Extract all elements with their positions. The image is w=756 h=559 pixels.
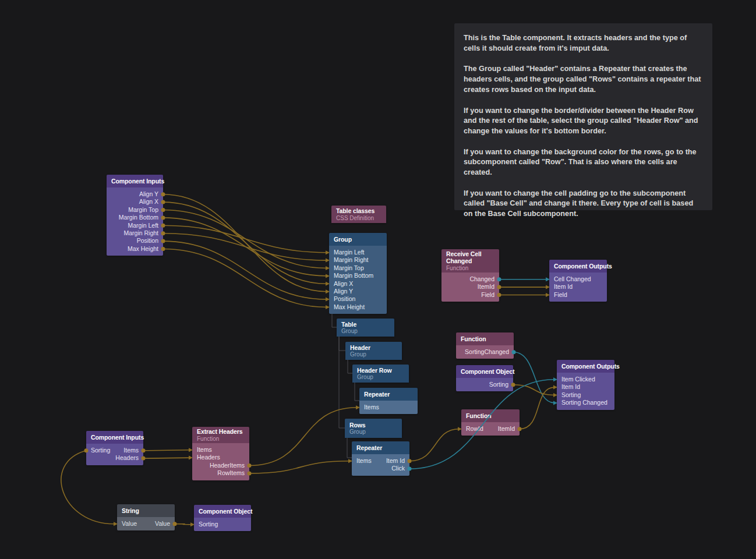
port-rowitems[interactable]: RowItems xyxy=(217,469,245,477)
node-header-row-group[interactable]: Header RowGroup xyxy=(352,365,409,383)
node-header: Component Object xyxy=(194,505,251,518)
port-headers[interactable]: Headers xyxy=(115,454,139,462)
node-header: Repeater xyxy=(359,388,418,401)
node-header-group[interactable]: HeaderGroup xyxy=(345,342,402,360)
node-function-sorting-changed[interactable]: FunctionSortingChanged xyxy=(456,332,514,359)
port-changed[interactable]: Changed xyxy=(469,275,494,283)
port-row: ItemId xyxy=(441,283,499,291)
port-item-id[interactable]: Item Id xyxy=(561,383,580,391)
port-field[interactable]: Field xyxy=(481,291,494,299)
port-sorting[interactable]: Sorting xyxy=(199,521,218,528)
wire-align-x[interactable] xyxy=(163,202,327,284)
port-items[interactable]: Items xyxy=(197,446,212,454)
port-itemid[interactable]: ItemId xyxy=(498,425,515,433)
wire-position[interactable] xyxy=(163,241,327,299)
port-value[interactable]: Value xyxy=(122,520,137,528)
node-extract-headers[interactable]: Extract HeadersFunctionItemsHeadersHeade… xyxy=(192,427,249,480)
node-subtitle: Group xyxy=(350,351,397,358)
wire-sorting-to-sorting[interactable] xyxy=(513,385,554,395)
node-function-rowid[interactable]: FunctionRowIdItemId xyxy=(461,409,520,436)
node-string-node[interactable]: StringValueValue xyxy=(117,504,175,530)
wire-sortingchanged-to-sorting-changed[interactable] xyxy=(514,352,554,403)
port-field[interactable]: Field xyxy=(554,291,567,299)
port-sortingchanged[interactable]: SortingChanged xyxy=(465,348,509,356)
port-align-x[interactable]: Align X xyxy=(139,198,158,206)
port-max-height[interactable]: Max Height xyxy=(128,245,158,253)
node-repeater-rows[interactable]: RepeaterItemsItem IdClick xyxy=(352,441,409,476)
node-repeater-header[interactable]: RepeaterItems xyxy=(359,388,418,414)
node-table-group[interactable]: TableGroup xyxy=(337,319,394,337)
wire-fn-itemid-to-item-id[interactable] xyxy=(520,387,554,429)
wire-rowitems-to-items[interactable] xyxy=(249,461,349,473)
port-items[interactable]: Items xyxy=(364,404,379,411)
port-headers[interactable]: Headers xyxy=(197,454,220,461)
node-component-object-bottom[interactable]: Component ObjectSorting xyxy=(194,505,251,531)
port-sorting[interactable]: Sorting xyxy=(91,447,110,454)
port-align-x[interactable]: Align X xyxy=(334,280,353,288)
port-item-clicked[interactable]: Item Clicked xyxy=(561,376,595,383)
node-title: Group xyxy=(334,236,382,243)
wire-margin-right[interactable] xyxy=(163,233,327,260)
wire-margin-bottom[interactable] xyxy=(163,218,327,276)
port-cell-changed[interactable]: Cell Changed xyxy=(554,275,591,283)
port-itemid[interactable]: ItemId xyxy=(478,283,494,291)
port-align-y[interactable]: Align Y xyxy=(139,190,158,198)
node-subtitle: Function xyxy=(197,436,245,443)
wire-items-to-items[interactable] xyxy=(143,450,190,451)
node-receive-cell-changed[interactable]: Receive Cell ChangedFunctionChangedItemI… xyxy=(441,249,499,302)
port-max-height[interactable]: Max Height xyxy=(334,303,365,311)
wire-headeritems-to-items[interactable] xyxy=(249,408,357,466)
node-rows-group[interactable]: RowsGroup xyxy=(345,419,402,438)
node-title: Function xyxy=(466,412,515,420)
node-component-outputs-right[interactable]: Component OutputsItem ClickedItem IdSort… xyxy=(557,360,614,410)
port-rowid[interactable]: RowId xyxy=(466,425,483,433)
wire-headers-to-headers[interactable] xyxy=(143,458,190,458)
hierarchy-link xyxy=(339,337,345,351)
port-row: Align X xyxy=(329,280,387,288)
port-item-id[interactable]: Item Id xyxy=(554,283,573,291)
port-click[interactable]: Click xyxy=(391,465,405,472)
port-sorting[interactable]: Sorting xyxy=(489,381,508,388)
port-align-y[interactable]: Align Y xyxy=(334,288,353,295)
port-headeritems[interactable]: HeaderItems xyxy=(210,462,245,469)
port-margin-right[interactable]: Margin Right xyxy=(334,256,369,264)
node-component-inputs-bottom[interactable]: Component InputsSortingItemsHeaders xyxy=(86,431,143,465)
node-editor-canvas[interactable]: This is the Table component. It extracts… xyxy=(0,0,756,559)
port-sorting[interactable]: Sorting xyxy=(561,391,581,399)
wire-margin-top[interactable] xyxy=(163,210,327,268)
node-body: Cell ChangedItem IdField xyxy=(549,273,607,302)
node-title: Function xyxy=(461,335,509,343)
node-table-classes[interactable]: Table classesCSS Definition xyxy=(331,206,386,223)
port-row: Margin Left xyxy=(329,249,387,256)
wire-max-height[interactable] xyxy=(163,249,327,307)
wire-item-id-to-rowid[interactable] xyxy=(409,429,459,461)
port-value[interactable]: Value xyxy=(155,520,170,528)
node-header: Receive Cell ChangedFunction xyxy=(441,249,499,273)
port-margin-top[interactable]: Margin Top xyxy=(128,206,158,214)
port-sorting-changed[interactable]: Sorting Changed xyxy=(561,399,607,406)
wire-align-y[interactable] xyxy=(163,194,327,292)
wire-margin-left[interactable] xyxy=(163,225,327,252)
node-group-main[interactable]: GroupMargin LeftMargin RightMargin TopMa… xyxy=(329,233,387,314)
port-items[interactable]: Items xyxy=(123,447,139,454)
port-margin-left[interactable]: Margin Left xyxy=(334,249,365,256)
port-margin-bottom[interactable]: Margin Bottom xyxy=(119,214,158,221)
port-item-id[interactable]: Item Id xyxy=(386,457,405,465)
port-margin-left[interactable]: Margin Left xyxy=(128,222,158,229)
port-margin-right[interactable]: Margin Right xyxy=(123,229,158,237)
node-component-object-sorting[interactable]: Component ObjectSorting xyxy=(456,365,513,391)
port-row: ValueValue xyxy=(117,520,175,528)
port-margin-bottom[interactable]: Margin Bottom xyxy=(334,272,373,280)
port-row: Cell Changed xyxy=(549,275,607,283)
port-margin-top[interactable]: Margin Top xyxy=(334,264,364,272)
node-title: Header Row xyxy=(357,367,404,374)
port-items[interactable]: Items xyxy=(356,457,372,465)
port-position[interactable]: Position xyxy=(137,237,158,245)
hierarchy-link xyxy=(355,383,359,401)
port-position[interactable]: Position xyxy=(334,295,355,303)
wire-value-to-sorting[interactable] xyxy=(175,524,192,525)
comment-panel[interactable]: This is the Table component. It extracts… xyxy=(454,23,712,210)
node-component-inputs-top[interactable]: Component InputsAlign YAlign XMargin Top… xyxy=(107,175,163,256)
node-component-outputs-top[interactable]: Component OutputsCell ChangedItem IdFiel… xyxy=(549,260,607,302)
port-row: Headers xyxy=(86,454,143,462)
